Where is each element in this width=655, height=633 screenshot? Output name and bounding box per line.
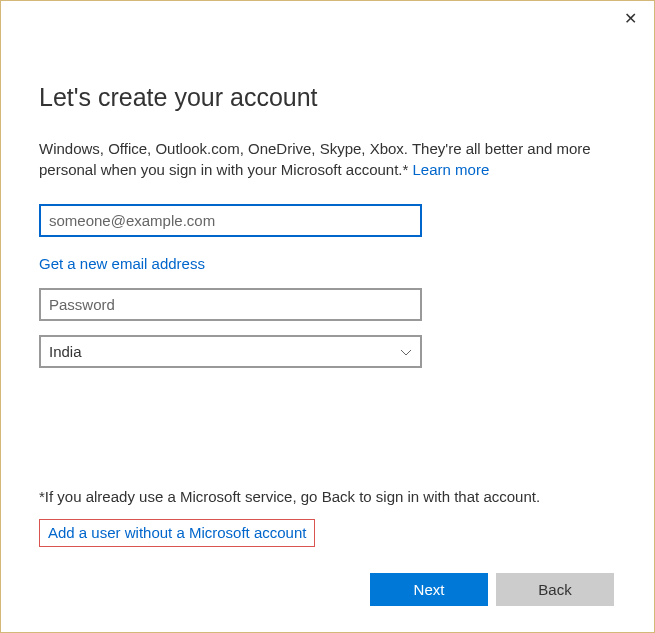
password-input[interactable] (39, 288, 422, 321)
description-text: Windows, Office, Outlook.com, OneDrive, … (39, 138, 594, 180)
button-row: Next Back (39, 573, 614, 606)
add-user-highlight-box: Add a user without a Microsoft account (39, 519, 315, 547)
next-button[interactable]: Next (370, 573, 488, 606)
new-email-link[interactable]: Get a new email address (39, 255, 205, 272)
back-button[interactable]: Back (496, 573, 614, 606)
country-selected-value: India (49, 343, 82, 360)
email-input[interactable] (39, 204, 422, 237)
footnote: *If you already use a Microsoft service,… (39, 488, 614, 505)
close-button[interactable]: ✕ (620, 9, 640, 29)
close-icon: ✕ (624, 10, 637, 27)
dialog-content: Let's create your account Windows, Offic… (1, 1, 654, 388)
dialog-window: ✕ Let's create your account Windows, Off… (0, 0, 655, 633)
chevron-down-icon (400, 345, 412, 359)
country-select[interactable]: India (39, 335, 422, 368)
add-user-without-account-link[interactable]: Add a user without a Microsoft account (48, 524, 306, 541)
description-body: Windows, Office, Outlook.com, OneDrive, … (39, 140, 591, 178)
page-title: Let's create your account (39, 83, 614, 112)
learn-more-link[interactable]: Learn more (413, 161, 490, 178)
footer-area: *If you already use a Microsoft service,… (39, 488, 614, 606)
